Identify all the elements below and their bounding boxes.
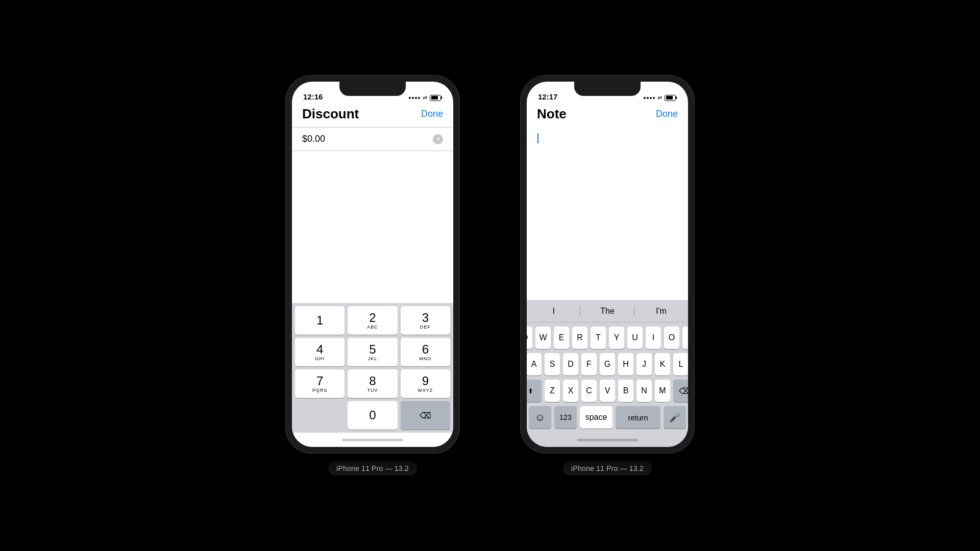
key-e[interactable]: E bbox=[554, 327, 569, 349]
key-w[interactable]: W bbox=[535, 327, 551, 349]
key-9[interactable]: 9 WXYZ bbox=[401, 369, 450, 398]
nav-title-1: Discount bbox=[302, 106, 359, 122]
key-k[interactable]: K bbox=[655, 353, 670, 375]
status-icons-2: ⇌ bbox=[644, 94, 677, 101]
key-r[interactable]: R bbox=[572, 327, 587, 349]
backspace-icon: ⌫ bbox=[420, 411, 431, 420]
return-key[interactable]: return bbox=[616, 406, 660, 429]
kb-bottom-row: ☺ 123 space return 🎤 bbox=[529, 406, 686, 429]
key-7[interactable]: 7 PQRS bbox=[295, 369, 345, 398]
autocomplete-item-2[interactable]: The bbox=[580, 300, 634, 322]
key-y[interactable]: Y bbox=[609, 327, 624, 349]
device-label-1: iPhone 11 Pro — 13.2 bbox=[328, 461, 417, 475]
autocomplete-bar: I The I'm bbox=[527, 300, 688, 322]
status-icons-1: ⇌ bbox=[409, 94, 442, 101]
key-6[interactable]: 6 MNO bbox=[401, 338, 450, 366]
key-q[interactable]: Q bbox=[527, 327, 532, 349]
done-button-1[interactable]: Done bbox=[421, 109, 443, 119]
battery-icon-2 bbox=[665, 95, 677, 101]
mic-icon: 🎤 bbox=[669, 412, 680, 423]
key-d[interactable]: D bbox=[563, 353, 578, 375]
numpad-spacer bbox=[292, 151, 453, 303]
phone-1-wrapper: 12:16 ⇌ Discount bbox=[286, 76, 459, 475]
key-i[interactable]: I bbox=[646, 327, 661, 349]
key-a[interactable]: A bbox=[527, 353, 542, 375]
note-content-area[interactable] bbox=[527, 127, 688, 300]
key-g[interactable]: G bbox=[600, 353, 615, 375]
content-area-1: $0.00 ✕ 1 2 ABC 3 DEF bbox=[292, 127, 453, 447]
key-h[interactable]: H bbox=[618, 353, 633, 375]
key-u[interactable]: U bbox=[627, 327, 643, 349]
home-indicator-1 bbox=[292, 433, 453, 447]
text-cursor bbox=[537, 133, 538, 143]
key-4[interactable]: 4 GHI bbox=[295, 338, 345, 366]
device-label-2: iPhone 11 Pro — 13.2 bbox=[563, 461, 652, 475]
clear-button[interactable]: ✕ bbox=[433, 134, 443, 144]
key-1[interactable]: 1 bbox=[295, 306, 345, 335]
nav-bar-2: Note Done bbox=[527, 104, 688, 127]
done-button-2[interactable]: Done bbox=[656, 109, 678, 119]
key-z[interactable]: Z bbox=[545, 380, 560, 402]
home-indicator-2 bbox=[527, 433, 688, 447]
status-time-2: 12:17 bbox=[538, 92, 557, 101]
key-o[interactable]: O bbox=[664, 327, 679, 349]
key-b[interactable]: B bbox=[618, 380, 633, 402]
num-switch-key[interactable]: 123 bbox=[554, 406, 577, 429]
key-l[interactable]: L bbox=[673, 353, 688, 375]
mic-key[interactable]: 🎤 bbox=[664, 406, 686, 429]
backspace-kb-icon: ⌫ bbox=[679, 386, 689, 396]
phone-2-device: 12:17 ⇌ Note bbox=[521, 76, 694, 453]
nav-bar-1: Discount Done bbox=[292, 104, 453, 127]
phone-2-wrapper: 12:17 ⇌ Note bbox=[521, 76, 694, 475]
signal-icon-2 bbox=[644, 97, 655, 99]
emoji-key[interactable]: ☺ bbox=[529, 406, 551, 429]
space-key[interactable]: space bbox=[580, 406, 612, 429]
wifi-icon-1: ⇌ bbox=[423, 94, 427, 101]
discount-field[interactable]: $0.00 ✕ bbox=[292, 127, 453, 151]
key-5[interactable]: 5 JKL bbox=[348, 338, 397, 366]
nav-title-2: Note bbox=[537, 106, 567, 122]
shift-key[interactable]: ⬆ bbox=[527, 380, 542, 402]
key-f[interactable]: F bbox=[581, 353, 597, 375]
home-bar-1 bbox=[342, 439, 403, 441]
key-x[interactable]: X bbox=[563, 380, 578, 402]
notch-1 bbox=[339, 82, 406, 96]
key-2[interactable]: 2 ABC bbox=[348, 306, 397, 335]
key-p[interactable]: P bbox=[682, 327, 688, 349]
key-m[interactable]: M bbox=[655, 380, 670, 402]
discount-value: $0.00 bbox=[302, 134, 325, 144]
status-time-1: 12:16 bbox=[303, 92, 323, 101]
autocomplete-item-3[interactable]: I'm bbox=[634, 300, 688, 322]
empty-key bbox=[295, 401, 345, 430]
wifi-icon-2: ⇌ bbox=[657, 94, 662, 101]
battery-icon-1 bbox=[430, 95, 442, 101]
signal-icon-1 bbox=[409, 97, 420, 99]
kb-row-2: A S D F G H J K L bbox=[529, 353, 686, 375]
key-v[interactable]: V bbox=[600, 380, 615, 402]
notch-2 bbox=[574, 82, 641, 96]
key-j[interactable]: J bbox=[636, 353, 652, 375]
key-0[interactable]: 0 bbox=[348, 401, 397, 430]
kb-row-3: ⬆ Z X C V B N M ⌫ bbox=[529, 380, 686, 402]
phone-1-screen: 12:16 ⇌ Discount bbox=[292, 82, 453, 447]
phone-2-screen: 12:17 ⇌ Note bbox=[527, 82, 688, 447]
key-s[interactable]: S bbox=[545, 353, 560, 375]
qwerty-keyboard: Q W E R T Y U I O P A S D F G bbox=[527, 322, 688, 433]
key-t[interactable]: T bbox=[591, 327, 606, 349]
autocomplete-item-1[interactable]: I bbox=[527, 300, 580, 322]
key-3[interactable]: 3 DEF bbox=[401, 306, 450, 335]
kb-backspace-key[interactable]: ⌫ bbox=[673, 380, 688, 402]
key-c[interactable]: C bbox=[581, 380, 597, 402]
emoji-icon: ☺ bbox=[535, 412, 545, 423]
kb-row-1: Q W E R T Y U I O P bbox=[529, 327, 686, 349]
phone-1-device: 12:16 ⇌ Discount bbox=[286, 76, 459, 453]
key-8[interactable]: 8 TUV bbox=[348, 369, 397, 398]
backspace-key[interactable]: ⌫ bbox=[401, 401, 450, 430]
numpad: 1 2 ABC 3 DEF 4 GHI bbox=[292, 303, 453, 433]
key-n[interactable]: N bbox=[636, 380, 652, 402]
home-bar-2 bbox=[577, 439, 638, 441]
shift-icon: ⬆ bbox=[528, 387, 533, 395]
